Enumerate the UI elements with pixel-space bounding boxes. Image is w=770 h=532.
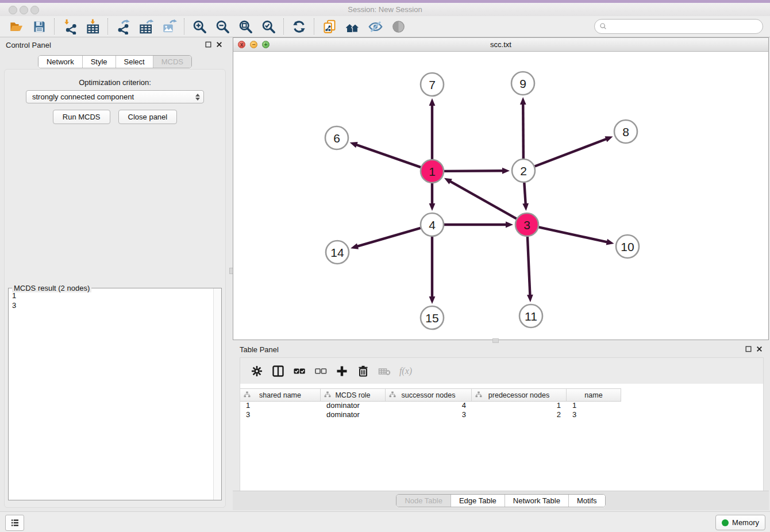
edge-2-9[interactable] xyxy=(523,103,523,159)
node-label-4: 4 xyxy=(429,218,436,232)
import-table-icon[interactable] xyxy=(81,17,104,36)
mcds-result-scrollbar[interactable] xyxy=(213,288,221,500)
search-field[interactable] xyxy=(594,19,763,34)
open-session-icon[interactable] xyxy=(5,17,28,36)
node-label-2: 2 xyxy=(520,164,527,178)
edge-2-3[interactable] xyxy=(524,183,525,205)
table-settings-icon[interactable] xyxy=(246,362,267,380)
node-label-15: 15 xyxy=(425,311,438,325)
zoom-in-icon[interactable] xyxy=(188,17,211,36)
tab-network[interactable]: Network xyxy=(38,56,82,68)
control-panel-close-icon[interactable] xyxy=(215,41,223,48)
edge-arrowhead-2-9 xyxy=(520,97,526,105)
log-console-button[interactable] xyxy=(5,515,24,531)
toolbar-separator xyxy=(314,18,314,34)
edge-arrowhead-2-8 xyxy=(605,136,613,142)
edge-3-1[interactable] xyxy=(449,181,516,219)
control-panel-float-icon[interactable] xyxy=(205,41,212,48)
table-cell: 1 xyxy=(240,401,321,410)
table-panel-title: Table Panel xyxy=(240,345,279,354)
search-icon xyxy=(599,22,608,31)
column-header-MCDS-role[interactable]: MCDS role xyxy=(321,389,386,401)
hierarchy-icon xyxy=(324,391,331,400)
memory-button[interactable]: Memory xyxy=(715,515,765,530)
node-label-9: 9 xyxy=(519,77,526,90)
table-cell: 3 xyxy=(567,410,621,419)
hide-selected-icon[interactable] xyxy=(364,17,387,36)
node-label-7: 7 xyxy=(429,78,436,91)
search-input[interactable] xyxy=(608,22,763,31)
edge-3-10[interactable] xyxy=(539,227,608,242)
column-header-label: shared name xyxy=(259,391,301,399)
node-label-1: 1 xyxy=(429,165,436,178)
column-header-predecessor-nodes[interactable]: predecessor nodes xyxy=(472,389,567,401)
control-panel-title: Control Panel xyxy=(6,41,51,49)
table-panel-close-icon[interactable] xyxy=(756,345,763,353)
select-all-icon[interactable] xyxy=(288,362,310,380)
tab-style[interactable]: Style xyxy=(82,56,116,68)
tab-motifs[interactable]: Motifs xyxy=(568,495,605,507)
column-header-name[interactable]: name xyxy=(567,389,621,401)
node-label-11: 11 xyxy=(525,310,537,323)
node-label-10: 10 xyxy=(621,240,634,253)
close-panel-button[interactable]: Close panel xyxy=(118,110,178,124)
clone-network-icon[interactable] xyxy=(318,17,341,36)
mcds-result-box: MCDS result (2 nodes) 13 xyxy=(8,288,222,500)
tab-mcds[interactable]: MCDS xyxy=(153,56,191,68)
table-row[interactable]: 1dominator411 xyxy=(240,401,763,410)
node-label-14: 14 xyxy=(330,246,344,259)
edge-arrowhead-1-2 xyxy=(502,168,510,174)
edge-arrowhead-4-15 xyxy=(429,296,436,304)
control-panel-tabs: NetworkStyleSelectMCDS xyxy=(38,55,192,68)
network-window-title: scc.txt xyxy=(233,40,768,49)
import-network-icon[interactable] xyxy=(58,17,81,36)
edge-4-14[interactable] xyxy=(357,228,421,246)
edge-3-11[interactable] xyxy=(528,237,530,296)
tab-select[interactable]: Select xyxy=(116,56,153,68)
export-network-icon[interactable] xyxy=(111,17,134,36)
column-header-shared-name[interactable]: shared name xyxy=(240,389,321,401)
table-row[interactable]: 3dominator323 xyxy=(240,410,763,419)
edge-1-2[interactable] xyxy=(444,171,503,171)
table-panel-float-icon[interactable] xyxy=(745,345,752,353)
edge-1-6[interactable] xyxy=(356,145,421,168)
table-cell: 1 xyxy=(567,401,621,410)
network-canvas-svg[interactable]: 7968124314101511 xyxy=(234,52,768,340)
zoom-out-icon[interactable] xyxy=(211,17,234,36)
node-table-area: f(x) shared nameMCDS rolesuccessor nodes… xyxy=(240,357,764,491)
mcds-result-line: 1 xyxy=(12,291,210,300)
network-window: x – + scc.txt 7968124314101511 xyxy=(233,37,769,340)
deselect-all-icon[interactable] xyxy=(310,362,331,380)
zoom-fit-icon[interactable] xyxy=(234,17,257,36)
optimization-criterion-dropdown[interactable]: strongly connected component xyxy=(26,90,204,103)
table-cell: 2 xyxy=(472,410,567,419)
add-column-icon[interactable] xyxy=(331,362,352,380)
column-header-label: predecessor nodes xyxy=(488,391,549,399)
zoom-selected-icon[interactable] xyxy=(257,17,280,36)
mcds-result-lines[interactable]: 13 xyxy=(9,290,213,500)
toolbar-separator xyxy=(184,18,184,34)
export-table-icon[interactable] xyxy=(134,17,157,36)
split-panel-icon[interactable] xyxy=(267,362,288,380)
table-panel-footer: Node TableEdge TableNetwork TableMotifs xyxy=(233,491,769,510)
column-header-successor-nodes[interactable]: successor nodes xyxy=(386,389,472,401)
export-image-icon[interactable] xyxy=(157,17,180,36)
tab-edge-table[interactable]: Edge Table xyxy=(451,495,505,507)
node-label-6: 6 xyxy=(333,132,340,145)
apply-layout-icon[interactable] xyxy=(287,17,310,36)
toolbar-separator xyxy=(54,18,55,34)
network-window-titlebar[interactable]: x – + scc.txt xyxy=(233,38,768,52)
edge-arrowhead-3-10 xyxy=(606,239,614,245)
first-neighbors-icon[interactable] xyxy=(341,17,364,36)
delete-column-icon[interactable] xyxy=(352,362,374,380)
tab-node-table[interactable]: Node Table xyxy=(396,495,451,507)
run-mcds-button[interactable]: Run MCDS xyxy=(53,110,110,124)
save-session-icon[interactable] xyxy=(28,17,51,36)
tab-network-table[interactable]: Network Table xyxy=(505,495,568,507)
window-title: Session: New Session xyxy=(0,5,770,14)
edge-2-8[interactable] xyxy=(535,138,607,166)
control-panel: Control Panel NetworkStyleSelectMCDS Opt… xyxy=(0,37,230,510)
delete-table-icon xyxy=(374,362,395,380)
toolbar-separator xyxy=(283,18,284,34)
table-cell: dominator xyxy=(321,410,386,419)
